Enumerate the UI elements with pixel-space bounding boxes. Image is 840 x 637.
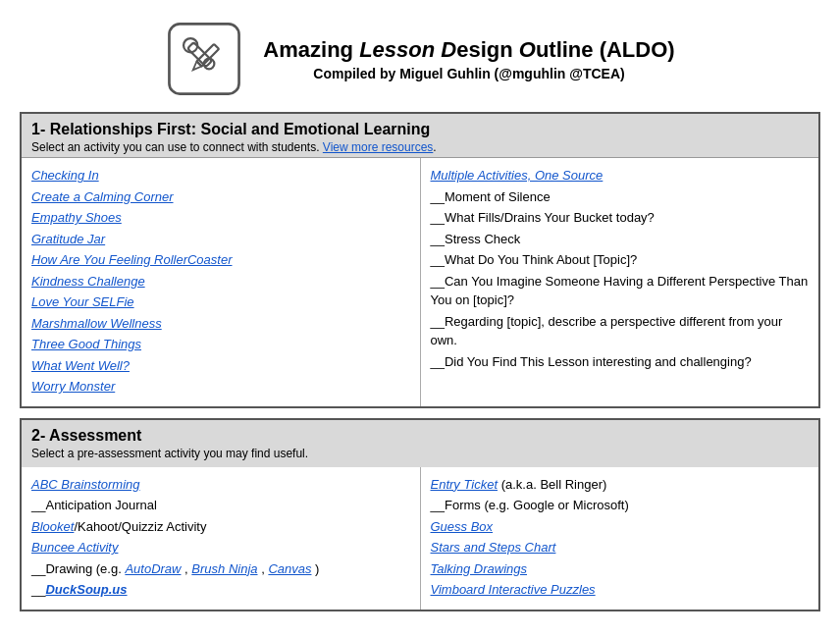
header: Amazing Lesson Design Outline (ALDO) Com… [20,10,820,112]
vimboard-link[interactable]: Vimboard Interactive Puzzles [431,582,596,597]
list-item: Buncee Activity [31,538,410,557]
ducksoup-link[interactable]: DuckSoup.us [45,582,127,597]
worry-monster-link[interactable]: Worry Monster [31,379,115,394]
list-item: __What Do You Think About [Topic]? [431,250,810,270]
list-item: __What Fills/Drains Your Bucket today? [431,208,810,228]
gratitude-jar-link[interactable]: Gratitude Jar [31,232,105,246]
checking-in-link[interactable]: Checking In [31,168,99,183]
header-subtitle: Compiled by Miguel Guhlin (@mguhlin @TCE… [263,66,674,81]
empathy-shoes-link[interactable]: Empathy Shoes [31,210,122,225]
list-item: ABC Brainstorming [31,475,410,495]
entry-ticket-extra: (a.k.a. Bell Ringer) [501,477,607,492]
logo-icon [165,20,243,98]
section2-body: ABC Brainstorming __Anticipation Journal… [22,467,818,610]
list-item: Three Good Things [31,335,410,354]
list-item: Guess Box [431,517,810,537]
section1: 1- Relationships First: Social and Emoti… [20,112,820,408]
list-item: __Did You Find This Lesson interesting a… [431,352,810,372]
rollercoaster-link[interactable]: How Are You Feeling RollerCoaster [31,252,233,267]
list-item: Talking Drawings [431,559,810,579]
title-text: Amazing Lesson Design Outline (ALDO) [263,37,674,62]
section1-body: Checking In Create a Calming Corner Empa… [22,158,818,406]
list-item: What Went Well? [31,356,410,376]
autodraw-link[interactable]: AutoDraw [125,561,181,576]
list-item: __Drawing (e.g. AutoDraw , Brush Ninja ,… [31,559,410,579]
entry-ticket-link[interactable]: Entry Ticket [431,477,499,492]
list-item: Entry Ticket (a.k.a. Bell Ringer) [431,475,810,495]
section1-title: 1- Relationships First: Social and Emoti… [31,121,809,138]
list-item: Gratitude Jar [31,230,410,249]
list-item: Worry Monster [31,377,410,397]
section1-right-col: Multiple Activities, One Source __Moment… [421,158,819,406]
page: Amazing Lesson Design Outline (ALDO) Com… [0,0,840,637]
svg-rect-0 [170,24,239,93]
section2-header: 2- Assessment Select a pre-assessment ac… [22,420,818,467]
list-item: __Stress Check [431,230,810,249]
drawing-prefix: __Drawing (e.g. [31,561,125,576]
section1-subtitle: Select an activity you can use to connec… [31,140,809,154]
section1-header: 1- Relationships First: Social and Emoti… [22,114,818,158]
ducksoup-prefix: __ [31,582,45,597]
list-item: __DuckSoup.us [31,580,410,600]
love-selfie-link[interactable]: Love Your SELFie [31,294,134,309]
multiple-activities-link[interactable]: Multiple Activities, One Source [431,168,604,183]
section1-subtitle-text: Select an activity you can use to connec… [31,140,320,154]
section2-title: 2- Assessment [31,427,809,445]
section1-view-more-link[interactable]: View more resources [323,140,434,154]
list-item: __Can You Imagine Someone Having a Diffe… [431,272,810,310]
list-item: Multiple Activities, One Source [431,166,810,186]
header-title: Amazing Lesson Design Outline (ALDO) [263,37,674,63]
marshmallow-wellness-link[interactable]: Marshmallow Wellness [31,316,162,331]
list-item: Marshmallow Wellness [31,314,410,334]
kindness-challenge-link[interactable]: Kindness Challenge [31,274,145,289]
section1-left-col: Checking In Create a Calming Corner Empa… [22,158,421,406]
list-item: Kindness Challenge [31,272,410,292]
section2-subtitle: Select a pre-assessment activity you may… [31,447,809,460]
list-item: __Forms (e.g. Google or Microsoft) [431,496,810,515]
abc-brainstorming-link[interactable]: ABC Brainstorming [31,477,140,492]
guess-box-link[interactable]: Guess Box [431,519,494,534]
section2-left-col: ABC Brainstorming __Anticipation Journal… [22,467,421,610]
list-item: __Regarding [topic], describe a perspect… [431,312,810,350]
blooket-separator: /Kahoot/Quizziz Activity [74,519,206,534]
list-item: Love Your SELFie [31,292,410,312]
list-item: Stars and Steps Chart [431,538,810,557]
list-item: Blooket/Kahoot/Quizziz Activity [31,517,410,537]
header-text: Amazing Lesson Design Outline (ALDO) Com… [263,37,674,81]
stars-steps-link[interactable]: Stars and Steps Chart [431,540,556,555]
talking-drawings-link[interactable]: Talking Drawings [431,561,528,576]
list-item: Empathy Shoes [31,208,410,228]
what-went-well-link[interactable]: What Went Well? [31,358,130,373]
list-item: __Anticipation Journal [31,496,410,515]
three-good-things-link[interactable]: Three Good Things [31,337,141,351]
list-item: __Moment of Silence [431,187,810,207]
brush-ninja-link[interactable]: Brush Ninja [191,561,257,576]
list-item: Checking In [31,166,410,186]
section2: 2- Assessment Select a pre-assessment ac… [20,418,820,611]
buncee-link[interactable]: Buncee Activity [31,540,118,555]
logo-area [165,20,243,98]
svg-marker-5 [191,62,202,73]
list-item: How Are You Feeling RollerCoaster [31,250,410,270]
drawing-suffix: ) [315,561,319,576]
list-item: Vimboard Interactive Puzzles [431,580,810,600]
calming-corner-link[interactable]: Create a Calming Corner [31,189,174,204]
canvas-link[interactable]: Canvas [268,561,311,576]
list-item: Create a Calming Corner [31,187,410,207]
blooket-link[interactable]: Blooket [31,519,74,534]
section2-right-col: Entry Ticket (a.k.a. Bell Ringer) __Form… [421,467,819,610]
